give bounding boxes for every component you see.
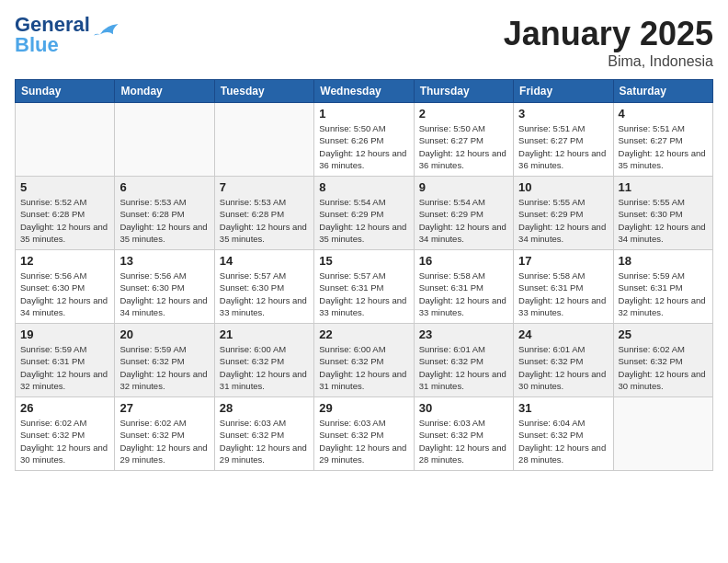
calendar-cell: 4Sunrise: 5:51 AM Sunset: 6:27 PM Daylig…	[613, 103, 712, 177]
day-number: 28	[220, 401, 309, 415]
calendar-cell	[16, 103, 115, 177]
calendar-week-3: 12Sunrise: 5:56 AM Sunset: 6:30 PM Dayli…	[16, 250, 713, 324]
day-number: 24	[518, 327, 608, 341]
day-info: Sunrise: 6:03 AM Sunset: 6:32 PM Dayligh…	[220, 417, 309, 465]
day-header-friday: Friday	[514, 80, 613, 103]
day-info: Sunrise: 5:53 AM Sunset: 6:28 PM Dayligh…	[119, 196, 209, 245]
calendar-header-row: SundayMondayTuesdayWednesdayThursdayFrid…	[16, 80, 713, 103]
day-number: 14	[220, 254, 309, 268]
day-info: Sunrise: 5:56 AM Sunset: 6:30 PM Dayligh…	[119, 270, 209, 318]
day-info: Sunrise: 6:02 AM Sunset: 6:32 PM Dayligh…	[119, 417, 209, 465]
day-info: Sunrise: 6:02 AM Sunset: 6:32 PM Dayligh…	[20, 417, 109, 465]
calendar-cell: 10Sunrise: 5:55 AM Sunset: 6:29 PM Dayli…	[514, 177, 613, 250]
day-number: 15	[319, 254, 408, 268]
calendar-cell: 2Sunrise: 5:50 AM Sunset: 6:27 PM Daylig…	[414, 103, 513, 177]
calendar-cell: 22Sunrise: 6:00 AM Sunset: 6:32 PM Dayli…	[314, 324, 414, 397]
calendar-cell: 13Sunrise: 5:56 AM Sunset: 6:30 PM Dayli…	[115, 250, 214, 324]
calendar-cell: 16Sunrise: 5:58 AM Sunset: 6:31 PM Dayli…	[414, 250, 513, 324]
calendar-cell: 15Sunrise: 5:57 AM Sunset: 6:31 PM Dayli…	[314, 250, 414, 324]
calendar-cell: 26Sunrise: 6:02 AM Sunset: 6:32 PM Dayli…	[16, 397, 115, 471]
calendar-cell: 8Sunrise: 5:54 AM Sunset: 6:29 PM Daylig…	[314, 177, 414, 250]
day-number: 3	[518, 107, 608, 121]
calendar-cell: 28Sunrise: 6:03 AM Sunset: 6:32 PM Dayli…	[214, 397, 313, 471]
calendar-cell: 24Sunrise: 6:01 AM Sunset: 6:32 PM Dayli…	[514, 324, 613, 397]
calendar-cell: 31Sunrise: 6:04 AM Sunset: 6:32 PM Dayli…	[514, 397, 613, 471]
location-subtitle: Bima, Indonesia	[504, 53, 713, 70]
day-number: 17	[518, 254, 608, 268]
day-info: Sunrise: 5:50 AM Sunset: 6:27 PM Dayligh…	[419, 122, 508, 171]
calendar-cell: 20Sunrise: 5:59 AM Sunset: 6:32 PM Dayli…	[115, 324, 214, 397]
day-number: 26	[20, 401, 109, 415]
day-info: Sunrise: 5:52 AM Sunset: 6:28 PM Dayligh…	[20, 196, 109, 245]
day-number: 20	[119, 327, 209, 341]
day-info: Sunrise: 5:57 AM Sunset: 6:31 PM Dayligh…	[319, 270, 408, 318]
day-number: 21	[220, 327, 309, 341]
day-number: 25	[619, 327, 708, 341]
logo-blue: Blue	[15, 33, 59, 56]
calendar-cell	[214, 103, 313, 177]
calendar-cell: 14Sunrise: 5:57 AM Sunset: 6:30 PM Dayli…	[214, 250, 313, 324]
day-info: Sunrise: 5:58 AM Sunset: 6:31 PM Dayligh…	[419, 270, 508, 318]
calendar-cell: 7Sunrise: 5:53 AM Sunset: 6:28 PM Daylig…	[214, 177, 313, 250]
day-info: Sunrise: 5:51 AM Sunset: 6:27 PM Dayligh…	[619, 122, 708, 171]
day-info: Sunrise: 5:56 AM Sunset: 6:30 PM Dayligh…	[20, 270, 109, 318]
calendar-cell: 27Sunrise: 6:02 AM Sunset: 6:32 PM Dayli…	[115, 397, 214, 471]
month-title: January 2025	[504, 15, 713, 53]
day-info: Sunrise: 6:01 AM Sunset: 6:32 PM Dayligh…	[518, 343, 608, 392]
day-number: 7	[220, 180, 309, 194]
calendar-cell: 1Sunrise: 5:50 AM Sunset: 6:26 PM Daylig…	[314, 103, 414, 177]
day-header-thursday: Thursday	[414, 80, 513, 103]
calendar-week-1: 1Sunrise: 5:50 AM Sunset: 6:26 PM Daylig…	[16, 103, 713, 177]
calendar-cell: 12Sunrise: 5:56 AM Sunset: 6:30 PM Dayli…	[16, 250, 115, 324]
day-info: Sunrise: 5:50 AM Sunset: 6:26 PM Dayligh…	[319, 122, 408, 171]
calendar-cell: 30Sunrise: 6:03 AM Sunset: 6:32 PM Dayli…	[414, 397, 513, 471]
day-number: 8	[319, 180, 408, 194]
calendar-cell: 29Sunrise: 6:03 AM Sunset: 6:32 PM Dayli…	[314, 397, 414, 471]
day-info: Sunrise: 6:03 AM Sunset: 6:32 PM Dayligh…	[419, 417, 508, 465]
logo-bird-icon	[94, 22, 119, 39]
day-number: 5	[20, 180, 109, 194]
calendar-cell: 9Sunrise: 5:54 AM Sunset: 6:29 PM Daylig…	[414, 177, 513, 250]
day-number: 1	[319, 107, 408, 121]
day-info: Sunrise: 5:59 AM Sunset: 6:31 PM Dayligh…	[20, 343, 109, 392]
day-info: Sunrise: 5:54 AM Sunset: 6:29 PM Dayligh…	[419, 196, 508, 245]
day-info: Sunrise: 6:03 AM Sunset: 6:32 PM Dayligh…	[319, 417, 408, 465]
calendar-week-5: 26Sunrise: 6:02 AM Sunset: 6:32 PM Dayli…	[16, 397, 713, 471]
day-number: 4	[619, 107, 708, 121]
calendar-cell: 17Sunrise: 5:58 AM Sunset: 6:31 PM Dayli…	[514, 250, 613, 324]
day-info: Sunrise: 5:58 AM Sunset: 6:31 PM Dayligh…	[518, 270, 608, 318]
calendar-cell: 3Sunrise: 5:51 AM Sunset: 6:27 PM Daylig…	[514, 103, 613, 177]
day-number: 2	[419, 107, 508, 121]
day-header-tuesday: Tuesday	[214, 80, 313, 103]
day-number: 11	[619, 180, 708, 194]
day-number: 9	[419, 180, 508, 194]
day-number: 29	[319, 401, 408, 415]
calendar-cell: 11Sunrise: 5:55 AM Sunset: 6:30 PM Dayli…	[613, 177, 712, 250]
calendar-cell	[613, 397, 712, 471]
calendar-cell: 25Sunrise: 6:02 AM Sunset: 6:32 PM Dayli…	[613, 324, 712, 397]
day-number: 19	[20, 327, 109, 341]
day-info: Sunrise: 5:59 AM Sunset: 6:31 PM Dayligh…	[619, 270, 708, 318]
day-info: Sunrise: 5:57 AM Sunset: 6:30 PM Dayligh…	[220, 270, 309, 318]
calendar-cell: 5Sunrise: 5:52 AM Sunset: 6:28 PM Daylig…	[16, 177, 115, 250]
calendar-cell: 18Sunrise: 5:59 AM Sunset: 6:31 PM Dayli…	[613, 250, 712, 324]
title-block: January 2025 Bima, Indonesia	[504, 15, 713, 70]
calendar-cell: 21Sunrise: 6:00 AM Sunset: 6:32 PM Dayli…	[214, 324, 313, 397]
day-number: 10	[518, 180, 608, 194]
day-info: Sunrise: 5:54 AM Sunset: 6:29 PM Dayligh…	[319, 196, 408, 245]
calendar-table: SundayMondayTuesdayWednesdayThursdayFrid…	[15, 79, 713, 471]
day-info: Sunrise: 6:04 AM Sunset: 6:32 PM Dayligh…	[518, 417, 608, 465]
day-number: 18	[619, 254, 708, 268]
day-number: 31	[518, 401, 608, 415]
day-header-sunday: Sunday	[16, 80, 115, 103]
day-info: Sunrise: 6:00 AM Sunset: 6:32 PM Dayligh…	[220, 343, 309, 392]
day-header-saturday: Saturday	[613, 80, 712, 103]
day-number: 30	[419, 401, 508, 415]
calendar-week-4: 19Sunrise: 5:59 AM Sunset: 6:31 PM Dayli…	[16, 324, 713, 397]
day-info: Sunrise: 5:59 AM Sunset: 6:32 PM Dayligh…	[119, 343, 209, 392]
day-number: 23	[419, 327, 508, 341]
calendar-week-2: 5Sunrise: 5:52 AM Sunset: 6:28 PM Daylig…	[16, 177, 713, 250]
logo-text: GeneralBlue	[15, 15, 90, 55]
day-number: 6	[119, 180, 209, 194]
day-header-wednesday: Wednesday	[314, 80, 414, 103]
